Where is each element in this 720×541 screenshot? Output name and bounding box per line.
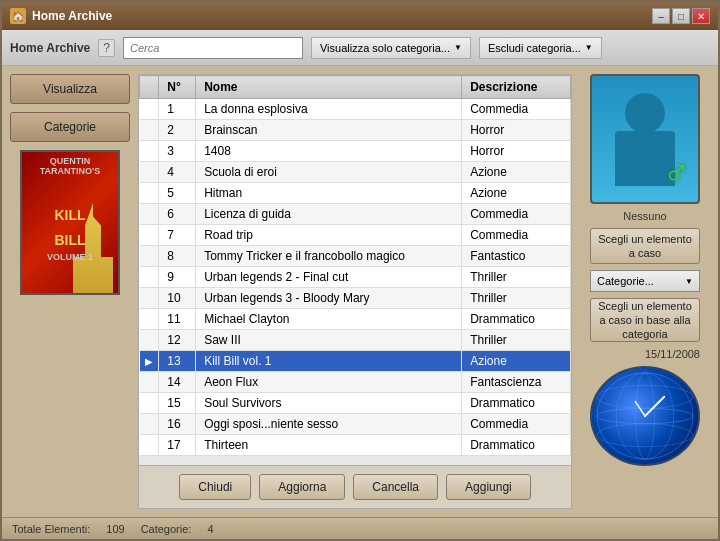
row-num: 13 xyxy=(159,351,196,372)
poster-content: QUENTIN TARANTINO'S KILL BILL VOLUME 1 xyxy=(22,152,118,293)
exclude-category-button[interactable]: Escludi categoria... xyxy=(479,37,602,59)
row-arrow xyxy=(140,414,159,435)
table-row[interactable]: 16Oggi sposi...niente sessoCommedia xyxy=(140,414,571,435)
random-category-button[interactable]: Scegli un elemento a caso in base alla c… xyxy=(590,298,700,342)
row-desc: Fantastico xyxy=(462,246,571,267)
categories-button[interactable]: Categorie xyxy=(10,112,130,142)
table-row[interactable]: 4Scuola di eroiAzione xyxy=(140,162,571,183)
row-desc: Thriller xyxy=(462,288,571,309)
row-desc: Horror xyxy=(462,141,571,162)
movies-table: N° Nome Descrizione 1La donna esplosivaC… xyxy=(139,75,571,456)
row-num: 11 xyxy=(159,309,196,330)
close-button[interactable]: Chiudi xyxy=(179,474,251,500)
row-desc: Azione xyxy=(462,162,571,183)
table-row[interactable]: 9Urban legends 2 - Final cutThriller xyxy=(140,267,571,288)
main-window: 🏠 Home Archive – □ ✕ Home Archive ? Visu… xyxy=(0,0,720,541)
category-dropdown[interactable]: Categorie... xyxy=(590,270,700,292)
row-arrow xyxy=(140,162,159,183)
row-desc: Drammatico xyxy=(462,435,571,456)
table-panel: N° Nome Descrizione 1La donna esplosivaC… xyxy=(138,74,572,509)
title-bar: 🏠 Home Archive – □ ✕ xyxy=(2,2,718,30)
toolbar: Home Archive ? Visualizza solo categoria… xyxy=(2,30,718,66)
filter-category-button[interactable]: Visualizza solo categoria... xyxy=(311,37,471,59)
row-num: 17 xyxy=(159,435,196,456)
app-icon: 🏠 xyxy=(10,8,26,24)
row-desc: Drammatico xyxy=(462,309,571,330)
row-arrow xyxy=(140,435,159,456)
left-panel: Visualizza Categorie QUENTIN TARANTINO'S… xyxy=(10,74,130,509)
table-row[interactable]: 8Tommy Tricker e il francobollo magicoFa… xyxy=(140,246,571,267)
globe-widget xyxy=(590,366,700,466)
table-row[interactable]: ▶13Kill Bill vol. 1Azione xyxy=(140,351,571,372)
row-arrow xyxy=(140,141,159,162)
avatar-label: Nessuno xyxy=(623,210,666,222)
poster-title-kill: KILL xyxy=(50,203,89,228)
row-num: 8 xyxy=(159,246,196,267)
add-button[interactable]: Aggiungi xyxy=(446,474,531,500)
movie-poster: QUENTIN TARANTINO'S KILL BILL VOLUME 1 xyxy=(20,150,120,295)
row-arrow xyxy=(140,120,159,141)
row-name: Tommy Tricker e il francobollo magico xyxy=(196,246,462,267)
app-name-label: Home Archive xyxy=(10,41,90,55)
maximize-button[interactable]: □ xyxy=(672,8,690,24)
table-body: 1La donna esplosivaCommedia2BrainscanHor… xyxy=(140,99,571,456)
svg-point-5 xyxy=(597,424,693,447)
table-row[interactable]: 7Road tripCommedia xyxy=(140,225,571,246)
row-num: 7 xyxy=(159,225,196,246)
row-arrow xyxy=(140,288,159,309)
update-button[interactable]: Aggiorna xyxy=(259,474,345,500)
row-num: 15 xyxy=(159,393,196,414)
table-row[interactable]: 15Soul SurvivorsDrammatico xyxy=(140,393,571,414)
search-input[interactable] xyxy=(123,37,303,59)
table-row[interactable]: 11Michael ClaytonDrammatico xyxy=(140,309,571,330)
row-name: Brainscan xyxy=(196,120,462,141)
poster-subtitle: VOLUME 1 xyxy=(47,252,93,262)
cancel-button[interactable]: Cancella xyxy=(353,474,438,500)
row-arrow xyxy=(140,393,159,414)
globe-svg xyxy=(592,368,698,464)
date-display: 15/11/2008 xyxy=(590,348,700,360)
row-arrow: ▶ xyxy=(140,351,159,372)
row-arrow xyxy=(140,99,159,120)
close-window-button[interactable]: ✕ xyxy=(692,8,710,24)
view-button[interactable]: Visualizza xyxy=(10,74,130,104)
row-name: Scuola di eroi xyxy=(196,162,462,183)
row-name: Urban legends 2 - Final cut xyxy=(196,267,462,288)
row-name: Urban legends 3 - Bloody Mary xyxy=(196,288,462,309)
table-row[interactable]: 10Urban legends 3 - Bloody MaryThriller xyxy=(140,288,571,309)
row-name: Thirteen xyxy=(196,435,462,456)
table-row[interactable]: 31408Horror xyxy=(140,141,571,162)
right-panel: ♂ Nessuno Scegli un elemento a caso Cate… xyxy=(580,74,710,509)
help-button[interactable]: ? xyxy=(98,39,115,57)
row-arrow xyxy=(140,183,159,204)
table-header: N° Nome Descrizione xyxy=(140,76,571,99)
col-name-header: Nome xyxy=(196,76,462,99)
row-name: La donna esplosiva xyxy=(196,99,462,120)
table-row[interactable]: 5HitmanAzione xyxy=(140,183,571,204)
row-name: 1408 xyxy=(196,141,462,162)
row-name: Licenza di guida xyxy=(196,204,462,225)
elements-label: Totale Elementi: xyxy=(12,523,90,535)
table-row[interactable]: 12Saw IIIThriller xyxy=(140,330,571,351)
table-buttons: Chiudi Aggiorna Cancella Aggiungi xyxy=(139,465,571,508)
title-bar-left: 🏠 Home Archive xyxy=(10,8,112,24)
row-name: Aeon Flux xyxy=(196,372,462,393)
row-name: Hitman xyxy=(196,183,462,204)
row-desc: Fantascienza xyxy=(462,372,571,393)
table-row[interactable]: 17ThirteenDrammatico xyxy=(140,435,571,456)
table-row[interactable]: 14Aeon FluxFantascienza xyxy=(140,372,571,393)
minimize-button[interactable]: – xyxy=(652,8,670,24)
row-name: Saw III xyxy=(196,330,462,351)
row-num: 4 xyxy=(159,162,196,183)
table-row[interactable]: 1La donna esplosivaCommedia xyxy=(140,99,571,120)
table-row[interactable]: 2BrainscanHorror xyxy=(140,120,571,141)
row-arrow xyxy=(140,309,159,330)
categories-count: 4 xyxy=(207,523,213,535)
table-container[interactable]: N° Nome Descrizione 1La donna esplosivaC… xyxy=(139,75,571,465)
random-button[interactable]: Scegli un elemento a caso xyxy=(590,228,700,264)
table-row[interactable]: 6Licenza di guidaCommedia xyxy=(140,204,571,225)
row-arrow xyxy=(140,267,159,288)
title-bar-controls: – □ ✕ xyxy=(652,8,710,24)
categories-label: Categorie: xyxy=(141,523,192,535)
row-num: 12 xyxy=(159,330,196,351)
